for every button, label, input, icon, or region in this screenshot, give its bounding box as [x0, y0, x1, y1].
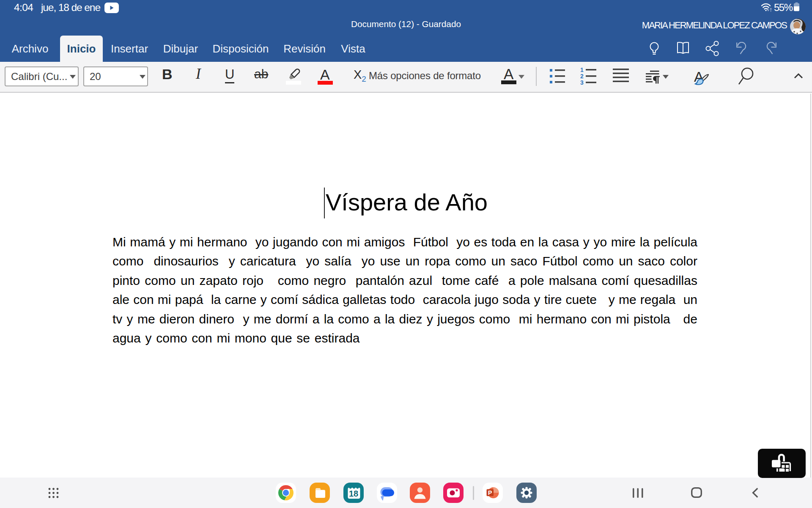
svg-text:P: P — [488, 489, 492, 496]
svg-text:3: 3 — [580, 79, 584, 86]
svg-text:2: 2 — [580, 73, 584, 80]
svg-text:18: 18 — [349, 489, 358, 498]
svg-text:1: 1 — [580, 67, 584, 73]
